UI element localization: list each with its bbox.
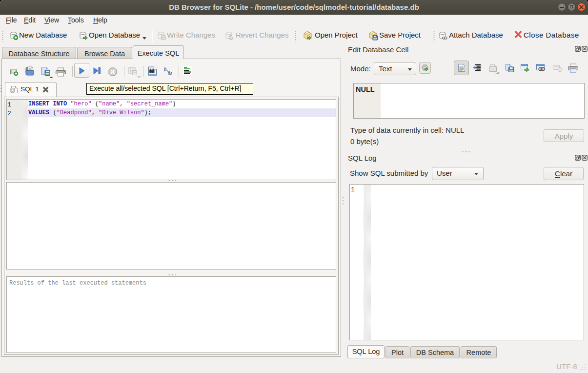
- svg-text:b: b: [164, 66, 167, 72]
